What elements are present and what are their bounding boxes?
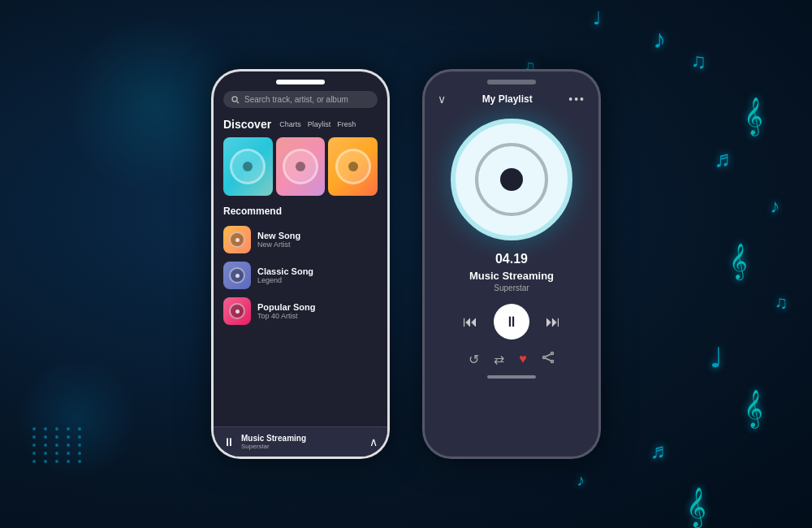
album-vinyl-2 xyxy=(283,149,318,184)
mini-player-pause-icon: ⏸ xyxy=(223,435,235,448)
repeat-button[interactable]: ↺ xyxy=(469,352,479,367)
album-vinyl-inner-1 xyxy=(243,162,253,171)
mini-player-artist: Superstar xyxy=(241,443,363,450)
share-button[interactable] xyxy=(542,351,555,367)
player-time: 04.19 xyxy=(425,252,598,266)
song-item-3[interactable]: Popular Song Top 40 Artist xyxy=(223,293,378,329)
search-bar[interactable]: Search track, artist, or album xyxy=(223,91,378,108)
song-thumb-vinyl-inner-2 xyxy=(235,274,240,278)
discover-title: Discover xyxy=(223,118,271,131)
share-icon xyxy=(542,351,555,364)
svg-point-0 xyxy=(232,97,237,102)
svg-line-5 xyxy=(545,354,551,357)
album-vinyl-3 xyxy=(335,149,371,184)
song-thumb-vinyl-inner-3 xyxy=(235,309,240,314)
mini-player-chevron-icon[interactable]: ∧ xyxy=(369,435,378,448)
pause-button[interactable]: ⏸ xyxy=(494,304,529,340)
player-actions: ↺ ⇄ ♥ xyxy=(425,351,598,367)
vinyl-center xyxy=(500,168,523,191)
album-vinyl-inner-2 xyxy=(296,162,305,171)
album-vinyl-1 xyxy=(230,149,266,184)
svg-point-2 xyxy=(551,353,553,355)
recommend-section: Recommend New Song New Artist xyxy=(214,199,387,426)
phone2-bottom-bar xyxy=(487,375,536,379)
recommend-title: Recommend xyxy=(223,206,378,217)
mini-player-title: Music Streaming xyxy=(241,434,363,443)
song-artist-1: New Artist xyxy=(257,240,378,249)
mini-player-info: Music Streaming Superstar xyxy=(241,434,363,450)
player-title: My Playlist xyxy=(482,93,533,105)
song-thumb-1 xyxy=(223,226,251,253)
album-card-2[interactable] xyxy=(276,137,326,196)
vinyl-inner-ring xyxy=(475,143,548,216)
svg-line-6 xyxy=(545,358,551,361)
song-name-2: Classic Song xyxy=(257,266,378,276)
phone1-discover: Search track, artist, or album Discover … xyxy=(211,69,390,459)
vinyl-container xyxy=(425,110,598,252)
song-item-1[interactable]: New Song New Artist xyxy=(223,222,378,258)
player-controls: ⏮ ⏸ ⏭ xyxy=(425,304,598,340)
phones-container: Search track, artist, or album Discover … xyxy=(0,0,812,528)
album-card-3[interactable] xyxy=(328,137,378,196)
player-chevron-icon[interactable]: ∨ xyxy=(438,93,446,106)
svg-point-4 xyxy=(551,361,553,363)
song-thumb-vinyl-2 xyxy=(229,267,245,283)
vinyl-outer xyxy=(451,119,572,240)
player-song-name: Music Streaming xyxy=(425,270,598,282)
like-button[interactable]: ♥ xyxy=(519,352,527,366)
phone2-player: ∨ My Playlist ••• 04.19 Music Streaming … xyxy=(422,69,601,459)
nav-fresh[interactable]: Fresh xyxy=(337,120,356,128)
album-card-1[interactable] xyxy=(223,137,273,196)
phone1-notch xyxy=(276,80,325,84)
song-thumb-vinyl-inner-1 xyxy=(235,238,240,242)
song-name-1: New Song xyxy=(257,231,378,240)
song-info-2: Classic Song Legend xyxy=(257,266,378,284)
song-info-1: New Song New Artist xyxy=(257,231,378,249)
shuffle-button[interactable]: ⇄ xyxy=(494,352,504,367)
svg-line-1 xyxy=(237,101,240,103)
song-info-3: Popular Song Top 40 Artist xyxy=(257,302,378,320)
song-item-2[interactable]: Classic Song Legend xyxy=(223,258,378,293)
next-button[interactable]: ⏭ xyxy=(546,314,560,331)
search-icon xyxy=(231,96,240,104)
song-artist-2: Legend xyxy=(257,276,378,284)
song-thumb-vinyl-3 xyxy=(229,303,245,319)
album-vinyl-inner-3 xyxy=(348,162,358,171)
song-thumb-vinyl-1 xyxy=(229,232,245,248)
prev-button[interactable]: ⏮ xyxy=(463,314,477,331)
nav-charts[interactable]: Charts xyxy=(279,120,301,128)
album-row xyxy=(214,134,387,199)
mini-player[interactable]: ⏸ Music Streaming Superstar ∧ xyxy=(214,426,387,457)
player-menu-icon[interactable]: ••• xyxy=(568,93,585,106)
nav-playlist[interactable]: Playlist xyxy=(308,120,331,128)
song-name-3: Popular Song xyxy=(257,302,378,312)
svg-point-3 xyxy=(542,357,545,359)
search-placeholder: Search track, artist, or album xyxy=(244,95,348,104)
player-header: ∨ My Playlist ••• xyxy=(425,84,598,110)
player-song-artist: Superstar xyxy=(425,283,598,292)
song-thumb-3 xyxy=(223,297,251,325)
song-artist-3: Top 40 Artist xyxy=(257,312,378,320)
discover-header: Discover Charts Playlist Fresh xyxy=(214,115,387,134)
discover-nav: Charts Playlist Fresh xyxy=(279,120,356,128)
song-thumb-2 xyxy=(223,262,251,289)
